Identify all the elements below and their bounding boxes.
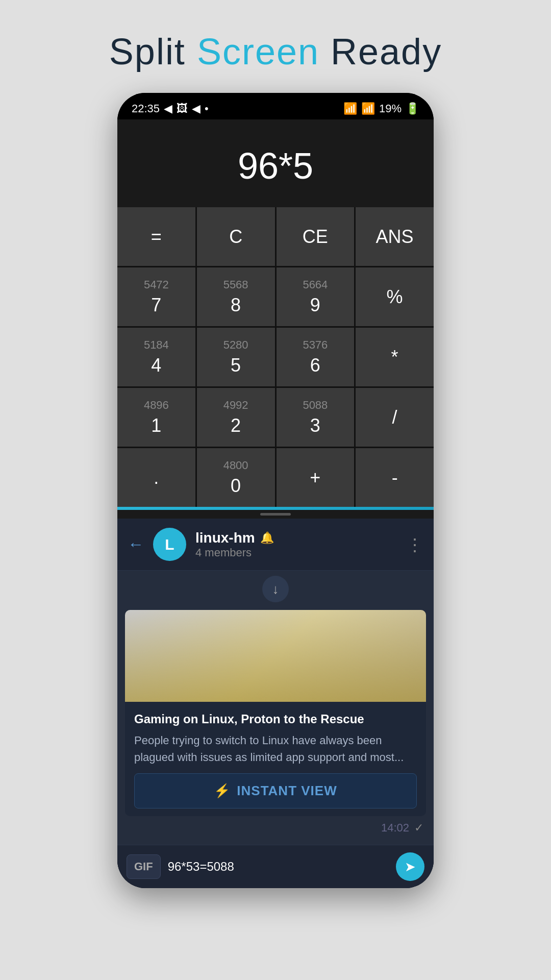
btn-hint: 5184: [144, 338, 169, 352]
status-left: 22:35 ◀ 🖼 ◀ •: [132, 102, 209, 115]
scroll-indicator: [117, 510, 434, 519]
chat-header: ← L linux-hm 🔔 4 members ⋮: [117, 519, 434, 571]
calc-btn--[interactable]: +: [277, 448, 355, 507]
btn-hint: 5472: [144, 278, 169, 291]
btn-label: *: [391, 347, 398, 368]
instant-view-label: INSTANT VIEW: [237, 783, 337, 799]
calc-btn-2[interactable]: 49922: [197, 388, 275, 447]
chat-members: 4 members: [195, 546, 397, 559]
btn-label: %: [387, 286, 403, 308]
battery-icon: 🔋: [406, 102, 419, 115]
chat-section: ← L linux-hm 🔔 4 members ⋮ ↓: [117, 519, 434, 888]
message-footer: 14:02 ✓: [125, 821, 426, 840]
time-display: 22:35: [132, 102, 160, 115]
btn-label: 6: [310, 355, 320, 376]
calc-btn-5[interactable]: 52805: [197, 328, 275, 386]
instant-view-button[interactable]: ⚡ INSTANT VIEW: [134, 773, 417, 808]
btn-label: +: [310, 467, 320, 488]
article-image-overlay: [125, 610, 426, 702]
page-header: Split Screen Ready: [0, 0, 551, 93]
calc-btn-7[interactable]: 54727: [117, 267, 195, 326]
calc-btn--[interactable]: %: [356, 267, 434, 326]
btn-label: 2: [231, 415, 241, 436]
btn-label: 4: [151, 355, 161, 376]
calculator-section: 96*5 =CCEANS547275568856649%518445280553…: [117, 119, 434, 507]
btn-label: /: [392, 407, 397, 428]
btn-label: 7: [151, 295, 161, 316]
scroll-down-button[interactable]: ↓: [262, 576, 289, 602]
btn-label: C: [229, 226, 242, 248]
btn-label: 5: [231, 355, 241, 376]
btn-label: CE: [303, 226, 328, 248]
btn-label: 3: [310, 415, 320, 436]
location-icon-2: ◀: [192, 102, 201, 115]
btn-hint: 4896: [144, 399, 169, 412]
message-input[interactable]: 96*53=5088: [168, 860, 389, 874]
btn-hint: 5664: [303, 278, 328, 291]
calc-btn-3[interactable]: 50883: [277, 388, 355, 447]
calc-btn-8[interactable]: 55688: [197, 267, 275, 326]
status-bar: 22:35 ◀ 🖼 ◀ • 📶 📶 19% 🔋: [117, 93, 434, 119]
btn-hint: 5376: [303, 338, 328, 352]
btn-label: ANS: [376, 226, 414, 248]
calc-btn-6[interactable]: 53766: [277, 328, 355, 386]
calc-grid: =CCEANS547275568856649%518445280553766*4…: [117, 207, 434, 507]
btn-hint: 4992: [223, 399, 248, 412]
dot-indicator: •: [205, 102, 209, 115]
chat-name: linux-hm 🔔: [195, 530, 397, 546]
scroll-handle: [260, 513, 291, 516]
btn-label: .: [154, 467, 159, 488]
back-button[interactable]: ←: [128, 535, 144, 554]
phone-frame: 22:35 ◀ 🖼 ◀ • 📶 📶 19% 🔋 96*5 =CCEANS5472…: [117, 93, 434, 888]
btn-hint: 4800: [223, 459, 248, 472]
calc-btn--[interactable]: /: [356, 388, 434, 447]
scroll-down-area: ↓: [125, 571, 426, 607]
location-icon: ◀: [164, 102, 172, 115]
btn-label: 0: [231, 475, 241, 497]
article-card: Gaming on Linux, Proton to the Rescue Pe…: [125, 610, 426, 816]
image-icon: 🖼: [177, 102, 188, 115]
btn-hint: 5280: [223, 338, 248, 352]
chat-messages: ↓ Gaming on Linux, Proton to the Rescue …: [117, 571, 434, 845]
wifi-icon: 📶: [343, 102, 357, 115]
message-timestamp: 14:02: [381, 821, 409, 835]
btn-hint: 5568: [223, 278, 248, 291]
more-options-button[interactable]: ⋮: [406, 534, 423, 555]
signal-icon: 📶: [361, 102, 375, 115]
btn-label: -: [392, 467, 398, 488]
btn-label: 8: [231, 295, 241, 316]
send-button[interactable]: ➤: [396, 852, 424, 881]
mute-icon: 🔔: [260, 531, 274, 545]
calc-btn--[interactable]: -: [356, 448, 434, 507]
gif-button[interactable]: GIF: [127, 854, 161, 879]
status-right: 📶 📶 19% 🔋: [343, 102, 419, 115]
article-image: [125, 610, 426, 702]
calc-btn-C[interactable]: C: [197, 207, 275, 266]
calc-btn--[interactable]: =: [117, 207, 195, 266]
calc-btn--[interactable]: *: [356, 328, 434, 386]
btn-hint: 5088: [303, 399, 328, 412]
calc-display: 96*5: [117, 130, 434, 207]
article-content: Gaming on Linux, Proton to the Rescue Pe…: [125, 702, 426, 808]
calc-btn-9[interactable]: 56649: [277, 267, 355, 326]
btn-label: =: [151, 226, 162, 248]
btn-label: 9: [310, 295, 320, 316]
message-check-icon: ✓: [414, 821, 423, 835]
article-title: Gaming on Linux, Proton to the Rescue: [134, 711, 417, 727]
calc-btn--[interactable]: .: [117, 448, 195, 507]
btn-label: 1: [151, 415, 161, 436]
calc-btn-ANS[interactable]: ANS: [356, 207, 434, 266]
chat-input-bar: GIF 96*53=5088 ➤: [117, 845, 434, 888]
calc-btn-CE[interactable]: CE: [277, 207, 355, 266]
article-preview: People trying to switch to Linux have al…: [134, 732, 417, 766]
chat-avatar: L: [153, 528, 186, 561]
lightning-icon: ⚡: [214, 783, 231, 799]
page-title: Split Screen Ready: [20, 31, 531, 72]
calc-btn-0[interactable]: 48000: [197, 448, 275, 507]
calc-btn-1[interactable]: 48961: [117, 388, 195, 447]
chat-info: linux-hm 🔔 4 members: [195, 530, 397, 559]
battery-level: 19%: [379, 102, 402, 115]
calc-btn-4[interactable]: 51844: [117, 328, 195, 386]
